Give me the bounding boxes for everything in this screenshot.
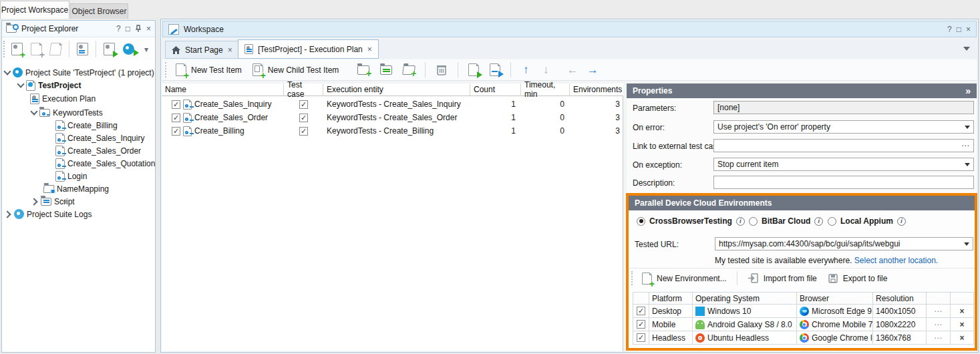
tested-url-combobox[interactable]: https://mysap.com:44300/sap/bc/gui/sap/i… bbox=[715, 237, 973, 250]
close-icon[interactable]: × bbox=[146, 24, 151, 33]
browse-ellipsis-icon[interactable]: ⋯ bbox=[961, 141, 970, 150]
tree-item-login[interactable]: Login bbox=[55, 170, 87, 182]
column-header-os[interactable]: Operating System bbox=[693, 292, 797, 305]
row-checkbox[interactable]: ✓ bbox=[172, 127, 180, 136]
close-tab-icon[interactable]: × bbox=[228, 45, 232, 55]
column-header-browser[interactable]: Browser bbox=[797, 292, 873, 305]
provider-crossbrowsertesting-radio[interactable]: CrossBrowserTesting i bbox=[637, 216, 745, 226]
new-child-test-item-button[interactable]: + New Child Test Item bbox=[249, 61, 343, 79]
radio-label: CrossBrowserTesting bbox=[649, 216, 732, 226]
remove-environment-icon[interactable]: × bbox=[959, 320, 964, 329]
column-header-timeout[interactable]: Timeout, min bbox=[521, 83, 570, 96]
column-header-execution-entity[interactable]: Execution entity bbox=[323, 83, 470, 96]
tree-item-project-suite-logs[interactable]: Project Suite Logs bbox=[5, 208, 92, 220]
tree-item-create-billing[interactable]: Create_Billing bbox=[55, 119, 118, 132]
row-checkbox[interactable]: ✓ bbox=[172, 100, 180, 109]
info-icon[interactable]: i bbox=[897, 217, 906, 226]
link-external-field[interactable]: ⋯ bbox=[713, 139, 974, 152]
tab-start-page[interactable]: Start Page × bbox=[165, 41, 239, 59]
on-error-dropdown[interactable]: Use project's 'On error' property bbox=[713, 120, 974, 134]
toolbar-grip[interactable] bbox=[165, 62, 168, 77]
execution-plan-button[interactable] bbox=[73, 41, 92, 58]
env-row-checkbox[interactable]: ✓ bbox=[637, 320, 645, 329]
new-item-button-disabled[interactable]: + bbox=[27, 41, 46, 58]
close-tab-icon[interactable]: × bbox=[367, 45, 372, 54]
run-options-caret-icon[interactable]: ▾ bbox=[144, 45, 148, 54]
parameters-field[interactable]: [none] bbox=[713, 101, 974, 114]
tab-project-workspace[interactable]: Project Workspace bbox=[0, 1, 69, 19]
tree-item-project-suite[interactable]: Project Suite 'TestProject' (1 project) bbox=[5, 66, 154, 79]
pin-icon[interactable] bbox=[135, 25, 142, 33]
column-header-environments[interactable]: Environments bbox=[570, 83, 623, 96]
info-icon[interactable]: i bbox=[814, 217, 823, 226]
maximize-icon[interactable]: □ bbox=[957, 25, 961, 34]
group-list-button[interactable] bbox=[376, 61, 396, 79]
move-down-icon[interactable]: ↓ bbox=[537, 63, 554, 77]
info-icon[interactable]: i bbox=[736, 217, 745, 226]
edit-environment-icon[interactable]: ⋯ bbox=[934, 320, 943, 329]
export-to-file-button[interactable]: Export to file bbox=[824, 270, 892, 287]
remove-environment-icon[interactable]: × bbox=[959, 333, 964, 343]
workspace-icon bbox=[168, 24, 179, 35]
tree-item-testproject[interactable]: TestProject bbox=[18, 79, 81, 92]
new-environment-button[interactable]: + New Environment... bbox=[638, 270, 731, 287]
open-item-button-disabled[interactable] bbox=[46, 41, 65, 58]
new-test-item-button[interactable]: + New Test Item bbox=[172, 61, 246, 79]
provider-bitbar-radio[interactable]: BitBar Cloud i bbox=[749, 216, 823, 226]
add-keyword-test-icon[interactable]: + bbox=[91, 108, 96, 118]
column-header-name[interactable]: Name bbox=[162, 83, 284, 96]
tab-execution-plan[interactable]: [TestProject] - Execution Plan × bbox=[238, 39, 379, 59]
toolbar-grip[interactable] bbox=[631, 271, 634, 285]
run-selected-items-button[interactable] bbox=[486, 61, 504, 79]
column-header-platform[interactable]: Platform bbox=[649, 292, 693, 305]
test-case-checkbox[interactable]: ✓ bbox=[299, 100, 308, 109]
run-focused-item-button[interactable] bbox=[464, 61, 483, 79]
outdent-icon[interactable]: ← bbox=[564, 63, 581, 77]
expander-icon[interactable] bbox=[30, 198, 37, 205]
run-project-button[interactable] bbox=[100, 41, 119, 58]
column-header-resolution[interactable]: Resolution bbox=[873, 292, 927, 305]
tree-item-keywordtests[interactable]: KeywordTests + bbox=[31, 106, 103, 119]
test-case-checkbox[interactable]: ✓ bbox=[299, 114, 308, 122]
description-field[interactable] bbox=[713, 176, 974, 189]
expander-icon[interactable] bbox=[3, 210, 11, 218]
test-case-checkbox[interactable]: ✓ bbox=[299, 127, 308, 136]
close-icon[interactable]: × bbox=[966, 25, 971, 34]
env-row-checkbox[interactable]: ✓ bbox=[637, 333, 645, 342]
collapse-panel-icon[interactable]: » bbox=[965, 85, 971, 96]
tab-list-caret-icon[interactable] bbox=[963, 47, 970, 51]
help-icon[interactable]: ? bbox=[947, 25, 952, 34]
tree-item-create-sales-inquiry[interactable]: Create_Sales_Inquiry bbox=[55, 132, 144, 144]
add-to-group-button[interactable]: + bbox=[399, 61, 419, 79]
expander-icon[interactable] bbox=[30, 108, 37, 115]
tree-item-create-sales-order[interactable]: Create_Sales_Order bbox=[55, 144, 141, 157]
indent-icon[interactable]: → bbox=[584, 63, 601, 77]
provider-local-appium-radio[interactable]: Local Appium i bbox=[828, 216, 906, 226]
edit-environment-icon[interactable]: ⋯ bbox=[934, 307, 943, 316]
expander-icon[interactable] bbox=[17, 80, 24, 87]
select-location-link[interactable]: Select another location. bbox=[854, 256, 938, 265]
expander-icon[interactable] bbox=[3, 67, 11, 75]
column-header-test-case[interactable]: Test case bbox=[284, 83, 323, 96]
tree-item-create-sales-quotation[interactable]: Create_Sales_Quotation bbox=[55, 157, 155, 170]
edit-environment-icon[interactable]: ⋯ bbox=[934, 333, 943, 343]
new-group-button[interactable]: + bbox=[353, 61, 373, 79]
row-checkbox[interactable]: ✓ bbox=[172, 114, 180, 122]
add-project-button[interactable]: + bbox=[7, 41, 27, 58]
add-script-icon[interactable]: + bbox=[63, 196, 68, 206]
toolbar-grip[interactable] bbox=[3, 41, 6, 57]
vertical-splitter[interactable] bbox=[156, 19, 160, 354]
import-from-file-button[interactable]: Import from file bbox=[744, 270, 821, 287]
env-row-checkbox[interactable]: ✓ bbox=[637, 307, 645, 315]
tab-object-browser[interactable]: Object Browser bbox=[70, 3, 128, 19]
maximize-icon[interactable]: □ bbox=[126, 24, 130, 33]
on-exception-dropdown[interactable]: Stop current item bbox=[713, 158, 974, 171]
tree-item-script[interactable]: Script + bbox=[31, 195, 75, 208]
delete-button[interactable] bbox=[432, 61, 452, 79]
remove-environment-icon[interactable]: × bbox=[959, 307, 964, 316]
move-up-icon[interactable]: ↑ bbox=[517, 63, 534, 77]
column-header-count[interactable]: Count bbox=[470, 83, 521, 96]
help-icon[interactable]: ? bbox=[116, 24, 121, 33]
tree-item-execution-plan[interactable]: Execution Plan bbox=[30, 92, 96, 105]
tree-item-namemapping[interactable]: NameMapping bbox=[43, 182, 109, 195]
